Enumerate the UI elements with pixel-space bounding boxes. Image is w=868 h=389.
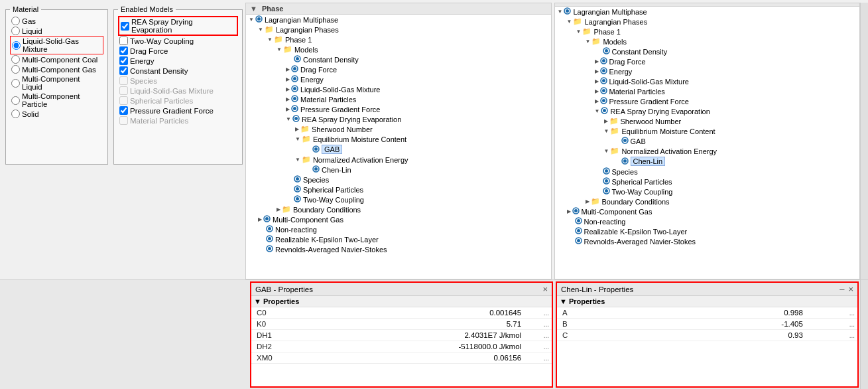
material-item-multi-particle[interactable]: Multi-Component Particle [10,92,103,109]
tree-item-non-reacting1[interactable]: Non-reacting [246,224,551,234]
expand-arrow-models[interactable]: ▼ [277,46,282,52]
expand-arrow-mat-particles1[interactable]: ▶ [286,96,290,102]
tree-item-t2-two-way[interactable]: Two-Way Coupling [555,187,860,196]
tree-item-t2-rea-spray[interactable]: ▼REA Spray Drying Evaporation [555,106,860,116]
expand-arrow-t2-liquid-solid[interactable]: ▶ [595,78,599,84]
gab-val-xm0[interactable]: 0.06156 [357,352,527,364]
material-radio-solid[interactable] [11,110,20,118]
expand-arrow-drag-force1[interactable]: ▶ [286,66,290,72]
tree-item-t2-norm-act[interactable]: ▼📁Normalized Activation Energy [555,146,860,156]
model-checkbox-drag-force[interactable] [119,46,128,55]
tree-item-const-density[interactable]: Constant Density [246,54,551,64]
tree-item-t2-mat-particles[interactable]: ▶Material Particles [555,86,860,96]
tree-item-chen-lin1[interactable]: Chen-Lin [246,165,551,175]
tree-item-t2-pressure-grad[interactable]: ▶Pressure Gradient Force [555,96,860,106]
tree-item-t2-sherwood[interactable]: ▶📁Sherwood Number [555,116,860,126]
expand-arrow-norm-act1[interactable]: ▼ [295,157,300,163]
expand-arrow-t2-phase1[interactable]: ▼ [576,29,582,35]
tree-item-t2-phase1[interactable]: ▼📁Phase 1 [555,27,860,37]
tree-item-realizable1[interactable]: Realizable K-Epsilon Two-Layer [246,234,551,244]
expand-arrow-t2-drag-force[interactable]: ▶ [595,58,599,64]
tree-item-t2-lagrangian-phases[interactable]: ▼📁Lagrangian Phases [555,17,860,27]
right-scrollbar[interactable] [860,3,868,279]
tree-item-reynolds1[interactable]: Revnolds-Averaged Navier-Stokes [246,244,551,254]
chen-btn-b[interactable]: ... [808,319,857,330]
chen-btn-a[interactable]: ... [808,307,857,319]
material-item-liquid[interactable]: Liquid [10,26,103,36]
tree-item-drag-force1[interactable]: ▶Drag Force [246,64,551,74]
tree-item-t2-lagrangian-mp[interactable]: ▼Lagrangian Multiphase [555,7,860,17]
chen-lin-close-btn[interactable]: × [848,284,853,294]
gab-val-k0[interactable]: 5.71 [357,319,527,330]
model-checkbox-rea-spray[interactable] [121,22,129,31]
tree-item-models[interactable]: ▼📁Models [246,44,551,54]
expand-arrow-sherwood1[interactable]: ▶ [295,126,299,132]
tree-item-spherical1[interactable]: Spherical Particles [246,185,551,194]
tree-item-lagrangian-phases[interactable]: ▼📁Lagrangian Phases [246,25,551,35]
gab-close-btn[interactable]: × [542,284,548,294]
tree-item-norm-act1[interactable]: ▼📁Normalized Activation Energy [246,155,551,165]
material-radio-multi-particle[interactable] [11,96,20,105]
gab-btn-dh1[interactable]: ... [527,330,552,341]
tree1-body[interactable]: ▼Lagrangian Multiphase▼📁Lagrangian Phase… [245,14,552,279]
model-checkbox-two-way[interactable] [119,37,128,45]
material-item-liquid-solid-gas[interactable]: Liquid-Solid-Gas Mixture [10,36,103,54]
model-item-material-particles[interactable]: Material Particles [118,116,238,125]
expand-arrow-liquid-solid1[interactable]: ▶ [286,86,290,92]
gab-btn-c0[interactable]: ... [527,307,552,319]
chen-lin-minus-btn[interactable]: – [839,284,844,294]
tree-item-energy1[interactable]: ▶Energy [246,74,551,84]
material-item-multi-gas[interactable]: Multi-Component Gas [10,64,103,74]
model-item-pressure-gradient[interactable]: Pressure Gradient Force [118,106,238,116]
expand-arrow-boundary1[interactable]: ▶ [277,206,280,212]
model-item-liquid-solid-gas-mix[interactable]: Liquid-Solid-Gas Mixture [118,86,238,96]
model-item-drag-force[interactable]: Drag Force [118,46,238,56]
model-item-energy[interactable]: Energy [118,56,238,66]
expand-arrow-t2-lagrangian-phases[interactable]: ▼ [567,19,572,25]
tree-item-t2-gab[interactable]: GAB [555,136,860,146]
tree-item-rea-spray1[interactable]: ▼REA Spray Drying Evaporation [246,114,551,124]
tree-item-t2-species[interactable]: Species [555,167,860,177]
tree-item-t2-models[interactable]: ▼📁Models [555,37,860,46]
gab-btn-k0[interactable]: ... [527,319,552,330]
expand-arrow-multi-gas1[interactable]: ▶ [258,216,262,222]
tree-item-t2-liquid-solid[interactable]: ▶Liquid-Solid-Gas Mixture [555,76,860,86]
tree-item-liquid-solid1[interactable]: ▶Liquid-Solid-Gas Mixture [246,84,551,94]
gab-val-c0[interactable]: 0.001645 [357,307,527,319]
material-radio-multi-gas[interactable] [11,65,20,74]
material-radio-multi-liquid[interactable] [11,79,20,88]
tree-item-t2-realizable[interactable]: Realizable K-Epsilon Two-Layer [555,226,860,236]
expand-arrow-t2-norm-act[interactable]: ▼ [604,148,609,154]
tree-item-lagrangian-mp[interactable]: ▼Lagrangian Multiphase [246,15,551,25]
tree2-body[interactable]: ▼Lagrangian Multiphase▼📁Lagrangian Phase… [554,6,861,279]
model-item-two-way[interactable]: Two-Way Coupling [118,36,238,46]
chen-val-c[interactable]: 0.93 [662,330,808,341]
tree-item-t2-chen-lin[interactable]: Chen-Lin [555,156,860,167]
tree-item-phase1[interactable]: ▼📁Phase 1 [246,35,551,44]
expand-arrow-t2-boundary[interactable]: ▶ [586,198,589,204]
model-checkbox-species[interactable] [119,76,128,85]
tree-item-t2-equil-moisture[interactable]: ▼📁Equilibrium Moisture Content [555,126,860,136]
material-radio-liquid-solid-gas[interactable] [12,41,21,50]
expand-arrow-t2-rea-spray[interactable]: ▼ [595,108,600,114]
model-item-constant-density[interactable]: Constant Density [118,66,238,76]
model-item-rea-spray[interactable]: REA Spray Drying Evaporation [118,16,238,36]
material-item-gas[interactable]: Gas [10,16,103,26]
model-checkbox-spherical-particles[interactable] [119,96,128,105]
material-item-solid[interactable]: Solid [10,109,103,119]
material-radio-multi-coal[interactable] [11,55,20,64]
tree-item-species1[interactable]: Species [246,175,551,185]
expand-arrow-phase1[interactable]: ▼ [267,37,273,42]
expand-arrow-lagrangian-mp[interactable]: ▼ [249,17,254,23]
gab-val-dh1[interactable]: 2.4031E7 J/kmol [357,330,527,341]
tree-item-t2-boundary[interactable]: ▶📁Boundary Conditions [555,196,860,206]
model-checkbox-liquid-solid-gas-mix[interactable] [119,86,128,95]
tree-item-t2-non-reacting[interactable]: Non-reacting [555,216,860,226]
expand-arrow-t2-models[interactable]: ▼ [586,39,591,44]
expand-arrow-energy1[interactable]: ▶ [286,76,290,82]
tree-item-t2-reynolds[interactable]: Revnolds-Averaged Navier-Stokes [555,236,860,246]
material-item-multi-liquid[interactable]: Multi-Component Liquid [10,74,103,92]
expand-arrow-t2-mat-particles[interactable]: ▶ [595,88,599,94]
expand-arrow-t2-lagrangian-mp[interactable]: ▼ [558,9,563,15]
tree-item-t2-spherical[interactable]: Spherical Particles [555,177,860,187]
